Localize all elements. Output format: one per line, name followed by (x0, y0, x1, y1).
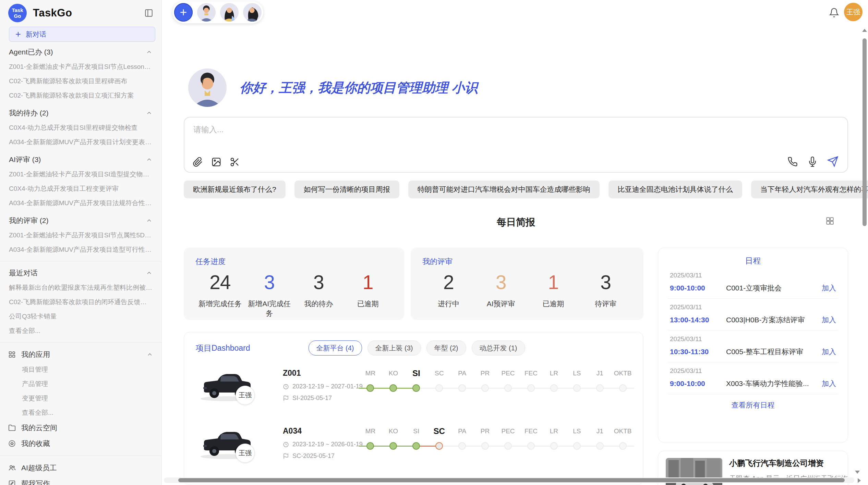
milestone-J1: J1 (588, 424, 611, 450)
scissors-icon[interactable] (230, 157, 240, 167)
scroll-down-arrow[interactable] (855, 471, 860, 474)
join-button[interactable]: 加入 (822, 283, 836, 293)
sidebar-item[interactable]: 公司Q3轻卡销量 (0, 309, 161, 324)
stat-value: 3 (294, 271, 343, 294)
scroll-right-arrow[interactable] (858, 478, 861, 483)
tab-year-model[interactable]: 年型 (2) (426, 340, 466, 356)
section-title: Agent已办 (3) (9, 47, 53, 57)
stat-label: 进行中 (422, 299, 475, 309)
chevron-up-icon (146, 217, 153, 224)
horizontal-scrollbar[interactable] (164, 477, 854, 483)
tab-new-platform[interactable]: 全新平台 (4) (309, 340, 362, 356)
sidebar-item-ai-employee[interactable]: AI超级员工 (0, 460, 161, 476)
sidebar-item[interactable]: A034-全新新能源MUV产品开发项目计划变更表编写 (0, 135, 161, 149)
sidebar-item-app[interactable]: 变更管理 (0, 391, 161, 406)
dashboard-tabs: 全新平台 (4) 全新上装 (3) 年型 (2) 动总开发 (1) (309, 340, 525, 356)
section-header-ai-review[interactable]: AI评审 (3) (0, 152, 161, 167)
sidebar-item[interactable]: Z001-全新燃油轻卡产品开发项目SI节点属性5D文件评审 (0, 228, 161, 242)
milestone-dot (481, 442, 489, 450)
sidebar-collapse-icon[interactable] (144, 9, 153, 17)
section-header-my-todo[interactable]: 我的待办 (2) (0, 105, 161, 121)
send-icon[interactable] (827, 156, 839, 167)
milestone-dot (435, 442, 443, 450)
agent-avatar-2[interactable] (220, 3, 239, 22)
tab-powertrain[interactable]: 动总开发 (1) (472, 340, 525, 356)
greeting-text: 你好，王强，我是你的项目管理助理 小识 (240, 79, 478, 97)
sidebar-item[interactable]: C02-飞腾新能源轻客改款项目里程碑画布 (0, 74, 161, 88)
view-all-schedule-link[interactable]: 查看所有日程 (668, 394, 838, 410)
app-logo: Task Go (8, 4, 27, 22)
user-avatar[interactable]: 王强 (844, 3, 863, 21)
schedule-event: 2025/03/11 13:00-14:30 C003|H0B-方案冻结评审 加… (668, 299, 838, 331)
sidebar-item[interactable]: C02-飞腾新能源轻客改款项目立项汇报方案 (0, 88, 161, 103)
join-button[interactable]: 加入 (822, 379, 836, 388)
suggestion-chip[interactable]: 如何写一份清晰的项目周报 (294, 181, 399, 198)
sidebar-item[interactable]: C02-飞腾新能源轻客改款项目的闭环通告反馈情况 (0, 295, 161, 309)
horizontal-scrollbar-thumb[interactable] (178, 478, 845, 482)
section-header-my-review[interactable]: 我的评审 (2) (0, 213, 161, 228)
project-row-a034[interactable]: 王强 A034 2023-12-19 ~ 2026-01-19 SC-2025-… (184, 419, 643, 475)
vertical-scrollbar[interactable] (862, 29, 867, 474)
milestone-dot (527, 442, 535, 450)
sidebar-item[interactable]: C0X4-动力总成开发项目工程变更评审 (0, 182, 161, 196)
suggestion-chip[interactable]: 欧洲新规最近颁布了什么? (184, 181, 286, 198)
sidebar-item[interactable]: C0X4-动力总成开发项目SI里程碑提交物检查 (0, 121, 161, 135)
add-agent-button[interactable] (174, 3, 193, 22)
sidebar-item-cloud-space[interactable]: 我的云空间 (0, 420, 161, 436)
sidebar-item-favorites[interactable]: 我的收藏 (0, 436, 161, 451)
milestone-dot (366, 442, 374, 450)
milestone-dot (504, 384, 512, 392)
sidebar-item-view-all[interactable]: 查看全部... (0, 324, 161, 338)
stat-ai-pre-review: 3 AI预评审 (475, 271, 527, 309)
sidebar-item-help-write[interactable]: 帮我写作 (0, 476, 161, 485)
milestone-MR: MR (359, 366, 382, 392)
chat-input-card[interactable]: 请输入... (184, 117, 848, 173)
suggestion-chip[interactable]: 当下年轻人对汽车外观有怎样的喜好趋势 (751, 181, 868, 198)
tab-new-body[interactable]: 全新上装 (3) (367, 340, 421, 356)
section-header-recent-chats[interactable]: 最近对话 (0, 265, 161, 281)
star-badge-icon (8, 440, 16, 447)
schedule-card: 日程 2025/03/11 9:00-10:00 C001-立项审批会 加入 2… (658, 248, 848, 443)
scroll-up-arrow[interactable] (862, 29, 867, 32)
stat-value: 3 (579, 271, 632, 294)
vertical-scrollbar-thumb[interactable] (863, 38, 867, 226)
help-write-label: 帮我写作 (21, 479, 50, 485)
sidebar-item-view-all-apps[interactable]: 查看全部... (0, 406, 161, 420)
milestone-SC: SC (428, 424, 451, 450)
join-button[interactable]: 加入 (822, 347, 836, 357)
layout-grid-icon[interactable] (825, 216, 834, 225)
image-upload-icon[interactable] (211, 157, 221, 167)
sidebar-item-app[interactable]: 项目管理 (0, 362, 161, 377)
sidebar-item[interactable]: A034-全新新能源MUV产品开发项目法规符合性评审 (0, 196, 161, 210)
section-header-agent-done[interactable]: Agent已办 (3) (0, 45, 161, 60)
daily-briefing-title: 每日简报 (184, 216, 848, 229)
agent-avatar-1[interactable] (197, 3, 216, 22)
milestone-dot (481, 384, 489, 392)
notification-bell-icon[interactable] (829, 8, 839, 18)
sidebar-item-app[interactable]: 产品管理 (0, 377, 161, 391)
stat-pending-review: 3 待评审 (579, 271, 632, 309)
join-button[interactable]: 加入 (822, 315, 836, 325)
sidebar-item[interactable]: Z001-全新燃油皮卡产品开发项目SI节点Lesson Learn报告 (0, 60, 161, 74)
sidebar-item[interactable]: A034-全新新能源MUV产品开发项目造型可行性评审 (0, 242, 161, 257)
microphone-icon[interactable] (807, 157, 818, 167)
project-row-z001[interactable]: 王强 Z001 2023-12-19 ~ 2027-01-19 SI-2025-… (184, 361, 643, 417)
attachment-icon[interactable] (193, 157, 203, 167)
stat-value: 1 (343, 271, 393, 294)
project-owner-badge: 王强 (236, 386, 255, 405)
stat-value: 24 (195, 271, 245, 294)
milestone-FEC: FEC (519, 366, 542, 392)
sidebar-item[interactable]: 解释最新出台的欧盟报废车法规再生塑料比例被调至15%... (0, 281, 161, 295)
my-apps-label: 我的应用 (21, 350, 50, 359)
suggestion-chip[interactable]: 比亚迪全固态电池计划具体说了什么 (608, 181, 742, 198)
flag-icon (283, 395, 289, 401)
new-chat-button[interactable]: 新对话 (9, 27, 155, 42)
voice-call-icon[interactable] (787, 157, 798, 167)
project-milestone-flag: SI-2025-05-17 (283, 395, 332, 402)
suggestion-chip[interactable]: 特朗普可能对进口汽车增税会对中国车企造成哪些影响 (408, 181, 600, 198)
agent-avatar-3[interactable] (243, 3, 262, 22)
event-date: 2025/03/11 (670, 367, 836, 375)
sidebar-item-my-apps[interactable]: 我的应用 (0, 347, 161, 362)
milestone-dot (366, 384, 374, 392)
sidebar-item[interactable]: Z001-全新燃油轻卡产品开发项目SI造型提交物评审 (0, 167, 161, 182)
